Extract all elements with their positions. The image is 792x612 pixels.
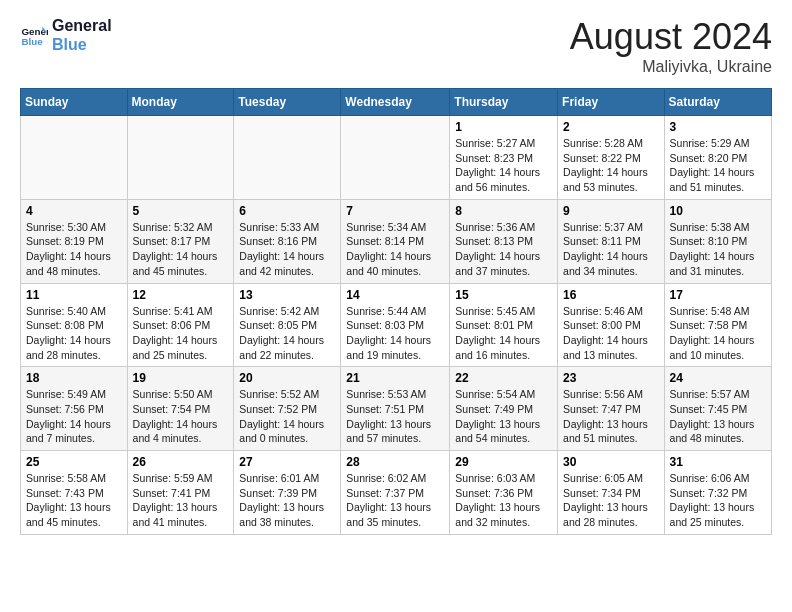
day-number: 29 <box>455 455 552 469</box>
day-number: 15 <box>455 288 552 302</box>
calendar-cell: 26Sunrise: 5:59 AM Sunset: 7:41 PM Dayli… <box>127 451 234 535</box>
calendar-cell: 13Sunrise: 5:42 AM Sunset: 8:05 PM Dayli… <box>234 283 341 367</box>
calendar-cell: 27Sunrise: 6:01 AM Sunset: 7:39 PM Dayli… <box>234 451 341 535</box>
day-number: 26 <box>133 455 229 469</box>
calendar-cell: 23Sunrise: 5:56 AM Sunset: 7:47 PM Dayli… <box>558 367 665 451</box>
day-info: Sunrise: 5:33 AM Sunset: 8:16 PM Dayligh… <box>239 220 335 279</box>
calendar-table: SundayMondayTuesdayWednesdayThursdayFrid… <box>20 88 772 535</box>
calendar-cell: 16Sunrise: 5:46 AM Sunset: 8:00 PM Dayli… <box>558 283 665 367</box>
day-number: 8 <box>455 204 552 218</box>
day-number: 17 <box>670 288 766 302</box>
weekday-header-friday: Friday <box>558 89 665 116</box>
day-number: 28 <box>346 455 444 469</box>
day-info: Sunrise: 5:45 AM Sunset: 8:01 PM Dayligh… <box>455 304 552 363</box>
day-number: 12 <box>133 288 229 302</box>
calendar-cell: 15Sunrise: 5:45 AM Sunset: 8:01 PM Dayli… <box>450 283 558 367</box>
calendar-cell: 10Sunrise: 5:38 AM Sunset: 8:10 PM Dayli… <box>664 199 771 283</box>
day-number: 20 <box>239 371 335 385</box>
weekday-header-saturday: Saturday <box>664 89 771 116</box>
day-info: Sunrise: 5:59 AM Sunset: 7:41 PM Dayligh… <box>133 471 229 530</box>
calendar-cell: 9Sunrise: 5:37 AM Sunset: 8:11 PM Daylig… <box>558 199 665 283</box>
calendar-title: August 2024 <box>570 16 772 58</box>
day-number: 24 <box>670 371 766 385</box>
calendar-cell: 18Sunrise: 5:49 AM Sunset: 7:56 PM Dayli… <box>21 367 128 451</box>
calendar-cell: 5Sunrise: 5:32 AM Sunset: 8:17 PM Daylig… <box>127 199 234 283</box>
day-number: 25 <box>26 455 122 469</box>
logo: General Blue General Blue <box>20 16 112 54</box>
weekday-header-thursday: Thursday <box>450 89 558 116</box>
day-number: 7 <box>346 204 444 218</box>
day-number: 11 <box>26 288 122 302</box>
day-info: Sunrise: 5:34 AM Sunset: 8:14 PM Dayligh… <box>346 220 444 279</box>
day-info: Sunrise: 6:02 AM Sunset: 7:37 PM Dayligh… <box>346 471 444 530</box>
calendar-cell: 19Sunrise: 5:50 AM Sunset: 7:54 PM Dayli… <box>127 367 234 451</box>
calendar-cell: 12Sunrise: 5:41 AM Sunset: 8:06 PM Dayli… <box>127 283 234 367</box>
weekday-header-monday: Monday <box>127 89 234 116</box>
page-header: General Blue General Blue August 2024 Ma… <box>20 16 772 76</box>
calendar-cell <box>234 116 341 200</box>
day-info: Sunrise: 5:53 AM Sunset: 7:51 PM Dayligh… <box>346 387 444 446</box>
logo-text-line1: General <box>52 16 112 35</box>
day-info: Sunrise: 5:28 AM Sunset: 8:22 PM Dayligh… <box>563 136 659 195</box>
day-info: Sunrise: 5:29 AM Sunset: 8:20 PM Dayligh… <box>670 136 766 195</box>
day-number: 2 <box>563 120 659 134</box>
calendar-cell: 1Sunrise: 5:27 AM Sunset: 8:23 PM Daylig… <box>450 116 558 200</box>
day-info: Sunrise: 5:54 AM Sunset: 7:49 PM Dayligh… <box>455 387 552 446</box>
day-number: 16 <box>563 288 659 302</box>
day-info: Sunrise: 5:37 AM Sunset: 8:11 PM Dayligh… <box>563 220 659 279</box>
calendar-cell: 7Sunrise: 5:34 AM Sunset: 8:14 PM Daylig… <box>341 199 450 283</box>
calendar-cell <box>127 116 234 200</box>
day-number: 19 <box>133 371 229 385</box>
day-number: 3 <box>670 120 766 134</box>
week-row-1: 1Sunrise: 5:27 AM Sunset: 8:23 PM Daylig… <box>21 116 772 200</box>
title-block: August 2024 Maliyivka, Ukraine <box>570 16 772 76</box>
day-info: Sunrise: 6:03 AM Sunset: 7:36 PM Dayligh… <box>455 471 552 530</box>
day-info: Sunrise: 5:44 AM Sunset: 8:03 PM Dayligh… <box>346 304 444 363</box>
day-number: 22 <box>455 371 552 385</box>
calendar-cell: 14Sunrise: 5:44 AM Sunset: 8:03 PM Dayli… <box>341 283 450 367</box>
week-row-3: 11Sunrise: 5:40 AM Sunset: 8:08 PM Dayli… <box>21 283 772 367</box>
day-info: Sunrise: 5:30 AM Sunset: 8:19 PM Dayligh… <box>26 220 122 279</box>
calendar-cell: 8Sunrise: 5:36 AM Sunset: 8:13 PM Daylig… <box>450 199 558 283</box>
day-info: Sunrise: 5:50 AM Sunset: 7:54 PM Dayligh… <box>133 387 229 446</box>
day-info: Sunrise: 5:41 AM Sunset: 8:06 PM Dayligh… <box>133 304 229 363</box>
weekday-header-wednesday: Wednesday <box>341 89 450 116</box>
day-number: 18 <box>26 371 122 385</box>
day-number: 14 <box>346 288 444 302</box>
calendar-cell: 21Sunrise: 5:53 AM Sunset: 7:51 PM Dayli… <box>341 367 450 451</box>
day-info: Sunrise: 5:36 AM Sunset: 8:13 PM Dayligh… <box>455 220 552 279</box>
day-info: Sunrise: 5:52 AM Sunset: 7:52 PM Dayligh… <box>239 387 335 446</box>
day-number: 13 <box>239 288 335 302</box>
calendar-cell: 22Sunrise: 5:54 AM Sunset: 7:49 PM Dayli… <box>450 367 558 451</box>
weekday-header-row: SundayMondayTuesdayWednesdayThursdayFrid… <box>21 89 772 116</box>
day-info: Sunrise: 6:05 AM Sunset: 7:34 PM Dayligh… <box>563 471 659 530</box>
calendar-cell: 20Sunrise: 5:52 AM Sunset: 7:52 PM Dayli… <box>234 367 341 451</box>
calendar-cell <box>341 116 450 200</box>
calendar-cell <box>21 116 128 200</box>
day-number: 27 <box>239 455 335 469</box>
week-row-2: 4Sunrise: 5:30 AM Sunset: 8:19 PM Daylig… <box>21 199 772 283</box>
day-info: Sunrise: 5:40 AM Sunset: 8:08 PM Dayligh… <box>26 304 122 363</box>
calendar-subtitle: Maliyivka, Ukraine <box>570 58 772 76</box>
calendar-cell: 6Sunrise: 5:33 AM Sunset: 8:16 PM Daylig… <box>234 199 341 283</box>
calendar-cell: 29Sunrise: 6:03 AM Sunset: 7:36 PM Dayli… <box>450 451 558 535</box>
day-info: Sunrise: 5:27 AM Sunset: 8:23 PM Dayligh… <box>455 136 552 195</box>
svg-text:Blue: Blue <box>21 36 43 47</box>
calendar-cell: 28Sunrise: 6:02 AM Sunset: 7:37 PM Dayli… <box>341 451 450 535</box>
calendar-cell: 25Sunrise: 5:58 AM Sunset: 7:43 PM Dayli… <box>21 451 128 535</box>
logo-icon: General Blue <box>20 21 48 49</box>
calendar-cell: 2Sunrise: 5:28 AM Sunset: 8:22 PM Daylig… <box>558 116 665 200</box>
weekday-header-tuesday: Tuesday <box>234 89 341 116</box>
day-number: 23 <box>563 371 659 385</box>
day-info: Sunrise: 5:42 AM Sunset: 8:05 PM Dayligh… <box>239 304 335 363</box>
day-number: 5 <box>133 204 229 218</box>
day-number: 30 <box>563 455 659 469</box>
weekday-header-sunday: Sunday <box>21 89 128 116</box>
calendar-cell: 3Sunrise: 5:29 AM Sunset: 8:20 PM Daylig… <box>664 116 771 200</box>
day-info: Sunrise: 5:46 AM Sunset: 8:00 PM Dayligh… <box>563 304 659 363</box>
day-info: Sunrise: 5:48 AM Sunset: 7:58 PM Dayligh… <box>670 304 766 363</box>
day-number: 21 <box>346 371 444 385</box>
day-info: Sunrise: 6:06 AM Sunset: 7:32 PM Dayligh… <box>670 471 766 530</box>
calendar-cell: 17Sunrise: 5:48 AM Sunset: 7:58 PM Dayli… <box>664 283 771 367</box>
day-number: 10 <box>670 204 766 218</box>
